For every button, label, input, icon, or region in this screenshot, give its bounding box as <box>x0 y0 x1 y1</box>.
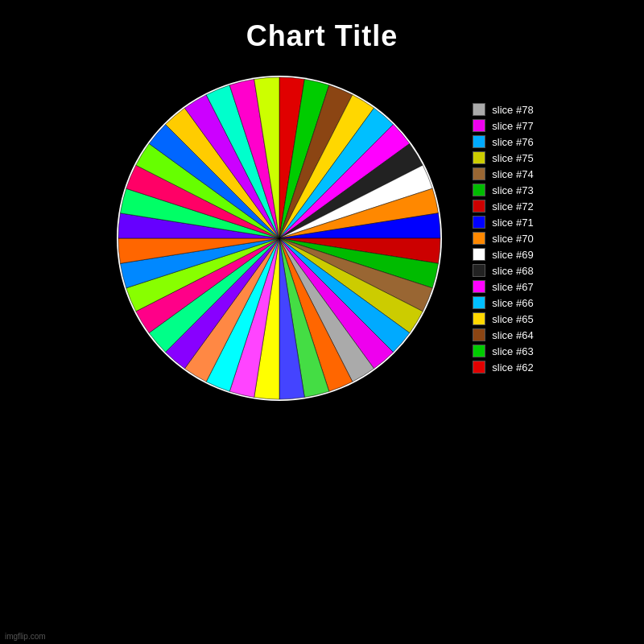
legend-color-box <box>473 151 485 164</box>
pie-chart <box>110 69 448 407</box>
legend-label: slice #72 <box>492 200 533 213</box>
legend-color-box <box>473 216 485 229</box>
legend-color-box <box>473 296 485 309</box>
legend-label: slice #64 <box>492 329 533 341</box>
legend-label: slice #78 <box>492 104 533 116</box>
legend-label: slice #65 <box>492 313 533 325</box>
legend-item: slice #76 <box>473 135 533 148</box>
legend-item: slice #65 <box>473 312 533 325</box>
legend-label: slice #63 <box>492 345 533 357</box>
legend-color-box <box>473 232 485 245</box>
legend-color-box <box>473 264 485 277</box>
legend-item: slice #71 <box>473 216 533 229</box>
legend-label: slice #70 <box>492 233 533 245</box>
legend-label: slice #68 <box>492 265 533 277</box>
legend-item: slice #73 <box>473 184 533 196</box>
legend-item: slice #72 <box>473 200 533 213</box>
legend-label: slice #69 <box>492 249 533 261</box>
imgflip-watermark: imgflip.com <box>5 632 46 641</box>
legend-color-box <box>473 345 485 357</box>
legend: slice #78slice #77slice #76slice #75slic… <box>473 103 533 374</box>
legend-item: slice #64 <box>473 328 533 341</box>
legend-label: slice #76 <box>492 136 533 148</box>
legend-color-box <box>473 119 485 132</box>
legend-label: slice #73 <box>492 184 533 196</box>
legend-label: slice #67 <box>492 281 533 293</box>
pie-svg <box>110 69 448 407</box>
chart-area: slice #78slice #77slice #76slice #75slic… <box>0 69 644 407</box>
legend-label: slice #62 <box>492 361 533 374</box>
legend-item: slice #78 <box>473 103 533 116</box>
legend-color-box <box>473 312 485 325</box>
legend-color-box <box>473 361 485 374</box>
legend-color-box <box>473 248 485 261</box>
legend-color-box <box>473 200 485 213</box>
legend-color-box <box>473 280 485 293</box>
legend-item: slice #74 <box>473 167 533 180</box>
legend-item: slice #69 <box>473 248 533 261</box>
legend-item: slice #70 <box>473 232 533 245</box>
legend-color-box <box>473 328 485 341</box>
legend-label: slice #77 <box>492 120 533 132</box>
legend-label: slice #74 <box>492 168 533 180</box>
legend-color-box <box>473 184 485 196</box>
chart-title: Chart Title <box>0 0 644 53</box>
legend-item: slice #67 <box>473 280 533 293</box>
legend-item: slice #62 <box>473 361 533 374</box>
legend-item: slice #66 <box>473 296 533 309</box>
legend-item: slice #68 <box>473 264 533 277</box>
legend-label: slice #75 <box>492 152 533 164</box>
legend-item: slice #77 <box>473 119 533 132</box>
legend-color-box <box>473 103 485 116</box>
legend-label: slice #66 <box>492 297 533 309</box>
legend-item: slice #75 <box>473 151 533 164</box>
legend-color-box <box>473 135 485 148</box>
legend-label: slice #71 <box>492 217 533 229</box>
legend-item: slice #63 <box>473 345 533 357</box>
legend-color-box <box>473 167 485 180</box>
